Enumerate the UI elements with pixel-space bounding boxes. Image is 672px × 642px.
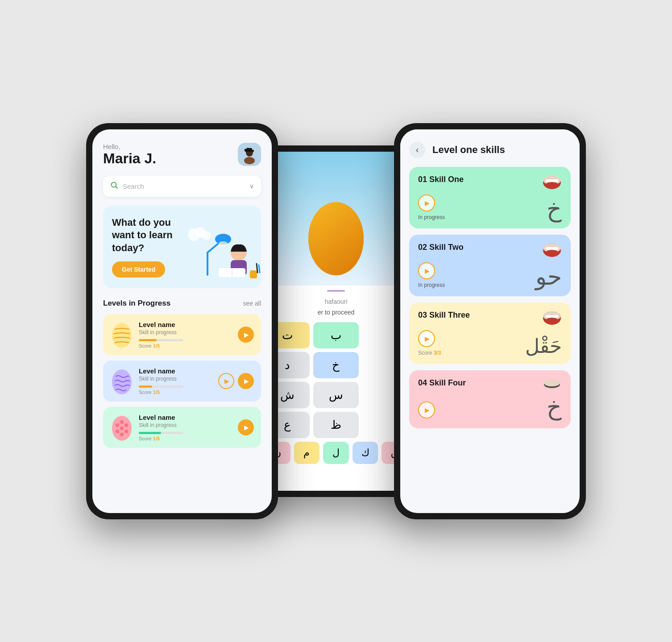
key-ba[interactable]: ب xyxy=(313,322,358,348)
arabic-keyboard: ت ب د خ ش س ع ظ xyxy=(257,322,415,442)
level-info-2: Level name Skill in progress Score 1/5 xyxy=(139,367,213,395)
banner-illustration xyxy=(181,217,261,288)
level-skill-2: Skill in progress xyxy=(139,376,213,382)
egg-yellow xyxy=(110,320,133,349)
play-outline-icon-2: ▶ xyxy=(224,377,229,385)
level-actions-2: ▶ ▶ xyxy=(218,373,254,389)
level-name-3: Level name xyxy=(139,414,232,421)
banner-title: What do you want to learn today? xyxy=(112,216,183,255)
key-dha[interactable]: ظ xyxy=(313,412,358,438)
skills-list: 01 Skill One xyxy=(400,167,580,443)
svg-point-29 xyxy=(124,430,128,433)
skill-card-2: 02 Skill Two ▶ xyxy=(409,235,571,296)
search-bar[interactable]: Search ∨ xyxy=(103,176,261,197)
level-info-3: Level name Skill in progress Score 1/5 xyxy=(139,414,232,441)
level-card-2: Level name Skill in progress Score 1/5 ▶… xyxy=(103,360,261,402)
levels-title: Levels in Progress xyxy=(103,299,170,308)
phone-left: Hello, Maria J. xyxy=(86,123,278,519)
level-card-3: Level name Skill in progress Score 1/5 ▶ xyxy=(103,407,261,448)
skill-3-play[interactable]: ▶ xyxy=(418,330,435,347)
level-info-1: Level name Skill in progress Score 1/5 xyxy=(139,321,232,348)
mouth-icon-2 xyxy=(542,243,562,258)
svg-point-2 xyxy=(244,157,255,164)
svg-point-23 xyxy=(120,420,124,424)
level-score-3: Score 1/5 xyxy=(139,436,232,441)
level-skill-1: Skill in progress xyxy=(139,329,232,335)
svg-point-28 xyxy=(116,430,119,433)
svg-rect-35 xyxy=(546,179,558,182)
levels-section-header: Levels in Progress see all xyxy=(103,299,261,308)
skill-2-title: 02 Skill Two xyxy=(418,243,464,252)
banner: What do you want to learn today? Get Sta… xyxy=(103,206,261,289)
play-button-1[interactable]: ▶ xyxy=(238,327,254,343)
right-title: Level one skills xyxy=(432,144,505,156)
get-started-button[interactable]: Get Started xyxy=(112,261,165,278)
svg-point-25 xyxy=(120,433,124,436)
svg-line-4 xyxy=(116,186,118,188)
arabic-keyboard-bottom: ن م ل ك ق xyxy=(257,442,415,473)
svg-point-31 xyxy=(308,202,364,275)
key-sin[interactable]: س xyxy=(313,382,358,408)
svg-point-42 xyxy=(546,318,558,323)
large-egg xyxy=(305,192,367,277)
level-name-1: Level name xyxy=(139,321,232,328)
svg-rect-43 xyxy=(546,315,558,318)
key-mim[interactable]: م xyxy=(294,442,320,464)
play-icon-1: ▶ xyxy=(244,331,249,338)
play-icon-3: ▶ xyxy=(244,424,249,431)
play-button-2[interactable]: ▶ xyxy=(238,373,254,389)
svg-point-19 xyxy=(112,323,132,348)
skill-3-title: 03 Skill Three xyxy=(418,311,470,320)
svg-line-14 xyxy=(257,264,257,273)
skill-1-title: 01 Skill One xyxy=(418,175,464,184)
see-all-link[interactable]: see all xyxy=(243,300,261,307)
skill-2-arabic: حو xyxy=(535,265,562,288)
phones-container: Hello, Maria J. xyxy=(86,123,586,519)
scroll-indicator xyxy=(327,290,345,292)
avatar[interactable] xyxy=(238,143,261,166)
skill-1-play-icon: ▶ xyxy=(425,199,430,207)
skill-4-play-icon: ▶ xyxy=(425,406,430,414)
level-name-2: Level name xyxy=(139,367,213,375)
skill-2-play-icon: ▶ xyxy=(425,267,430,274)
key-kaf[interactable]: ك xyxy=(353,442,378,464)
play-icon-2: ▶ xyxy=(244,377,249,385)
search-placeholder: Search xyxy=(123,182,249,190)
skill-4-title: 04 Skill Four xyxy=(418,378,466,388)
mid-proceed: er to proceed xyxy=(257,309,415,316)
mid-top-image xyxy=(257,152,415,286)
skill-card-4: 04 Skill Four ▶ xyxy=(409,370,571,428)
svg-point-38 xyxy=(546,250,558,255)
play-button-3[interactable]: ▶ xyxy=(238,419,254,435)
level-score-1: Score 1/5 xyxy=(139,343,232,348)
mid-username: hafaouri xyxy=(257,296,415,309)
play-outline-button-2[interactable]: ▶ xyxy=(218,373,234,389)
back-button[interactable]: ‹ xyxy=(409,142,425,158)
search-chevron-icon: ∨ xyxy=(249,182,254,190)
mouth-icon-4 xyxy=(542,378,562,389)
skill-card-1: 01 Skill One xyxy=(409,167,571,228)
skill-4-play[interactable]: ▶ xyxy=(418,402,435,418)
svg-point-45 xyxy=(544,379,560,386)
right-header: ‹ Level one skills xyxy=(400,129,580,167)
skill-3-play-icon: ▶ xyxy=(425,335,430,342)
svg-rect-13 xyxy=(250,270,257,278)
left-screen: Hello, Maria J. xyxy=(92,129,272,513)
skill-2-play[interactable]: ▶ xyxy=(418,262,435,279)
svg-rect-39 xyxy=(546,247,558,250)
mouth-icon-1 xyxy=(542,175,562,190)
svg-line-15 xyxy=(259,265,260,273)
skill-1-play[interactable]: ▶ xyxy=(418,195,435,211)
key-kha[interactable]: خ xyxy=(313,352,358,378)
skill-3-arabic: حَقْل xyxy=(525,336,562,356)
key-lam[interactable]: ل xyxy=(323,442,349,464)
right-screen: ‹ Level one skills 01 Skill One xyxy=(400,129,580,513)
egg-green xyxy=(110,413,133,442)
svg-point-18 xyxy=(202,231,211,240)
svg-point-27 xyxy=(124,423,128,427)
svg-point-26 xyxy=(116,423,119,427)
greeting-name: Maria J. xyxy=(103,150,156,167)
greeting-row: Hello, Maria J. xyxy=(103,143,261,167)
level-skill-3: Skill in progress xyxy=(139,422,232,428)
svg-point-34 xyxy=(546,182,558,187)
